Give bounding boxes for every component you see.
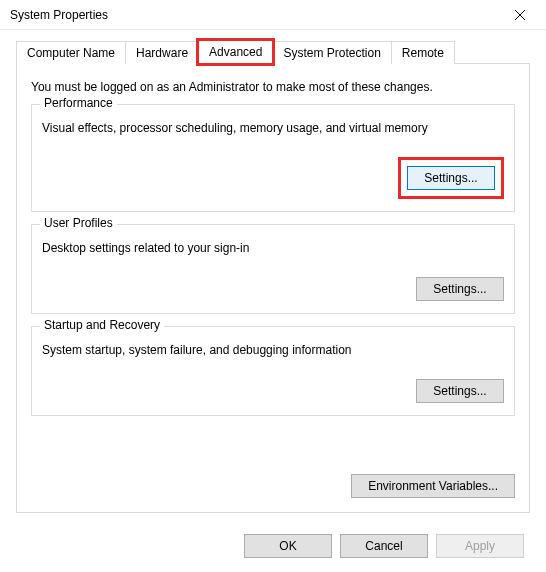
ok-button[interactable]: OK: [244, 534, 332, 558]
startup-recovery-group: Startup and Recovery System startup, sys…: [31, 326, 515, 416]
user-profiles-desc: Desktop settings related to your sign-in: [42, 241, 504, 255]
user-profiles-settings-button[interactable]: Settings...: [416, 277, 504, 301]
performance-legend: Performance: [40, 96, 117, 110]
startup-recovery-legend: Startup and Recovery: [40, 318, 164, 332]
cancel-button[interactable]: Cancel: [340, 534, 428, 558]
performance-group: Performance Visual effects, processor sc…: [31, 104, 515, 212]
user-profiles-legend: User Profiles: [40, 216, 117, 230]
titlebar: System Properties: [0, 0, 546, 30]
window-title: System Properties: [10, 8, 500, 22]
tab-remote[interactable]: Remote: [391, 41, 455, 64]
tabstrip: Computer Name Hardware Advanced System P…: [16, 40, 530, 64]
admin-note: You must be logged on as an Administrato…: [31, 80, 515, 94]
apply-button[interactable]: Apply: [436, 534, 524, 558]
performance-settings-button[interactable]: Settings...: [407, 166, 495, 190]
tab-advanced[interactable]: Advanced: [198, 40, 273, 64]
close-icon: [515, 10, 525, 20]
user-profiles-group: User Profiles Desktop settings related t…: [31, 224, 515, 314]
performance-settings-highlight: Settings...: [398, 157, 504, 199]
performance-desc: Visual effects, processor scheduling, me…: [42, 121, 504, 135]
client-area: Computer Name Hardware Advanced System P…: [0, 30, 546, 513]
tab-hardware[interactable]: Hardware: [125, 41, 199, 64]
tabpanel-advanced: You must be logged on as an Administrato…: [16, 63, 530, 513]
environment-variables-button[interactable]: Environment Variables...: [351, 474, 515, 498]
system-properties-window: System Properties Computer Name Hardware…: [0, 0, 546, 572]
dialog-buttons: OK Cancel Apply: [244, 534, 524, 558]
startup-recovery-desc: System startup, system failure, and debu…: [42, 343, 504, 357]
startup-recovery-settings-button[interactable]: Settings...: [416, 379, 504, 403]
close-button[interactable]: [500, 1, 540, 29]
tab-computer-name[interactable]: Computer Name: [16, 41, 126, 64]
tab-system-protection[interactable]: System Protection: [272, 41, 391, 64]
